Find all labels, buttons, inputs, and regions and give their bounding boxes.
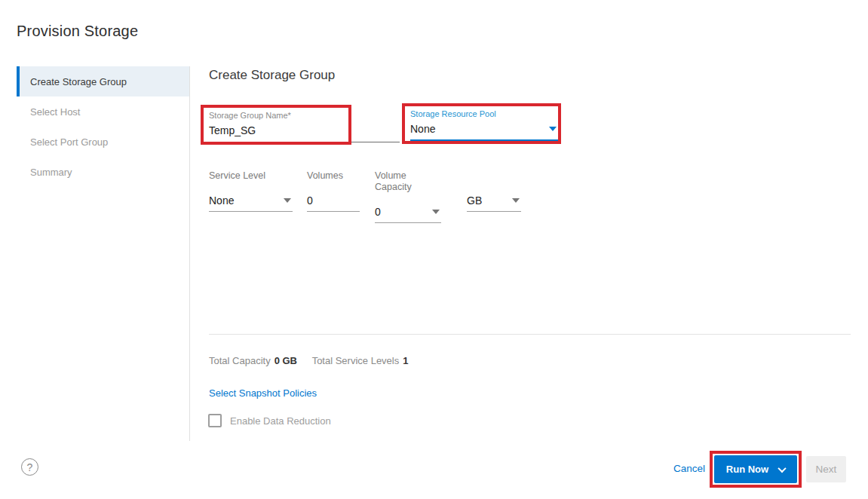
wizard-steps: Create Storage Group Select Host Select … — [17, 66, 190, 187]
chevron-down-icon[interactable] — [778, 464, 786, 472]
capacity-unit-field: GB — [467, 194, 521, 212]
enable-data-reduction-label: Enable Data Reduction — [230, 415, 331, 427]
caret-down-icon[interactable] — [432, 210, 440, 214]
step-select-port-group[interactable]: Select Port Group — [17, 127, 190, 157]
help-glyph: ? — [27, 461, 33, 473]
total-service-levels-value: 1 — [403, 355, 408, 366]
service-level-value: None — [209, 194, 234, 207]
sidebar-divider — [189, 66, 190, 441]
volumes-input[interactable]: 0 — [307, 194, 313, 207]
total-service-levels-label: Total Service Levels — [312, 355, 400, 366]
content-heading: Create Storage Group — [209, 68, 335, 83]
storage-resource-pool-label: Storage Resource Pool — [410, 109, 558, 119]
caret-down-icon[interactable] — [512, 198, 520, 203]
cancel-button[interactable]: Cancel — [673, 463, 705, 474]
service-level-select[interactable]: None — [209, 194, 293, 212]
enable-data-reduction-checkbox[interactable] — [208, 414, 222, 427]
service-level-label: Service Level — [209, 170, 293, 182]
totals-summary: Total Capacity0 GB Total Service Levels1 — [209, 355, 408, 366]
caret-down-icon[interactable] — [284, 198, 291, 203]
run-now-button[interactable]: Run Now — [714, 455, 797, 483]
run-now-label: Run Now — [726, 464, 768, 475]
storage-resource-pool-value: None — [410, 123, 435, 135]
caret-down-icon[interactable] — [549, 127, 557, 131]
storage-group-name-input[interactable]: Temp_SG — [209, 124, 400, 136]
volume-capacity-value: 0 — [375, 206, 381, 218]
data-reduction-row: Enable Data Reduction — [208, 414, 331, 427]
step-create-storage-group[interactable]: Create Storage Group — [17, 66, 190, 96]
step-summary[interactable]: Summary — [17, 157, 190, 187]
volume-capacity-field: Volume Capacity 0 — [375, 170, 441, 223]
volumes-field: Volumes 0 — [307, 170, 360, 212]
service-level-field: Service Level None — [209, 170, 293, 212]
volume-capacity-select[interactable]: 0 — [375, 206, 441, 223]
capacity-unit-value: GB — [467, 194, 482, 207]
storage-group-name-label: Storage Group Name* — [209, 111, 400, 121]
next-label: Next — [816, 464, 837, 475]
volume-capacity-label: Volume Capacity — [375, 170, 441, 193]
content-divider — [209, 334, 851, 335]
storage-resource-pool-select[interactable]: None — [410, 123, 558, 141]
volumes-label: Volumes — [307, 170, 360, 182]
page-title: Provision Storage — [17, 23, 138, 40]
capacity-unit-select[interactable]: GB — [467, 194, 521, 212]
select-snapshot-policies-link[interactable]: Select Snapshot Policies — [209, 387, 317, 399]
storage-resource-pool-field: Storage Resource Pool None — [410, 109, 558, 141]
next-button[interactable]: Next — [806, 456, 846, 482]
step-select-host[interactable]: Select Host — [17, 96, 190, 127]
storage-group-name-field: Storage Group Name* Temp_SG — [209, 111, 400, 142]
total-capacity-value: 0 GB — [275, 355, 297, 366]
help-icon[interactable]: ? — [21, 458, 38, 476]
total-capacity-label: Total Capacity — [209, 355, 271, 366]
